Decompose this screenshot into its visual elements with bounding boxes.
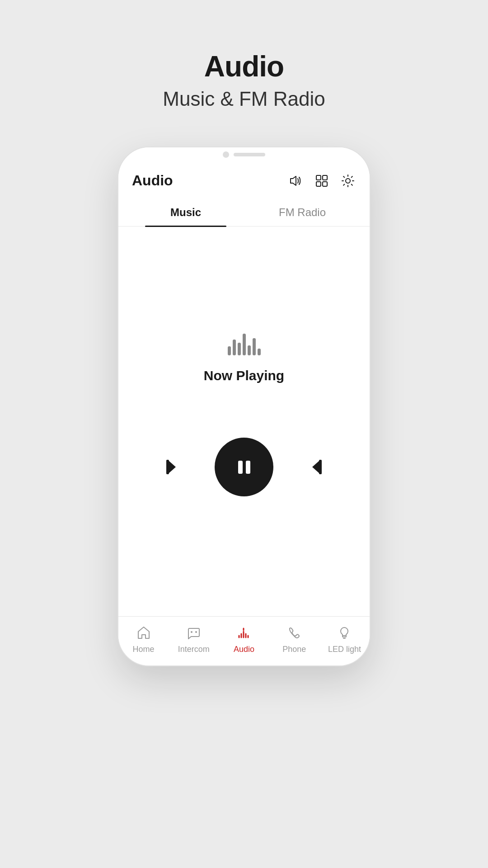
nav-label-home: Home: [133, 645, 155, 654]
home-icon: [136, 625, 152, 641]
tab-fm-radio[interactable]: FM Radio: [244, 198, 361, 226]
settings-icon[interactable]: [340, 173, 356, 189]
phone-icon: [286, 625, 302, 641]
nav-label-phone: Phone: [282, 645, 306, 654]
svg-rect-7: [238, 461, 243, 474]
svg-rect-19: [343, 636, 346, 637]
now-playing-label: Now Playing: [204, 368, 284, 383]
bottom-nav: Home Intercom: [118, 616, 370, 665]
waveform-icon: [228, 333, 261, 355]
nav-item-intercom[interactable]: Intercom: [169, 625, 219, 654]
svg-rect-3: [323, 182, 327, 186]
svg-rect-0: [316, 175, 321, 180]
nav-label-led-light: LED light: [328, 645, 361, 654]
header-icons: [287, 173, 356, 189]
page-subtitle: Music & FM Radio: [163, 88, 325, 110]
notch-speaker: [234, 153, 265, 156]
next-button[interactable]: [300, 454, 326, 480]
svg-rect-10: [319, 460, 322, 474]
tabs: Music FM Radio: [118, 198, 370, 226]
svg-point-4: [346, 179, 350, 183]
nav-item-phone[interactable]: Phone: [269, 625, 319, 654]
previous-button[interactable]: [162, 454, 188, 480]
phone-frame: Audio: [117, 146, 371, 666]
app-header-title: Audio: [132, 172, 173, 189]
nav-label-audio: Audio: [234, 645, 254, 654]
svg-point-11: [191, 631, 192, 633]
svg-point-12: [195, 631, 197, 633]
phone-screen: Audio: [118, 147, 370, 665]
player-area: Now Playing: [118, 226, 370, 616]
phone-notch: [199, 147, 289, 162]
volume-icon[interactable]: [287, 173, 304, 189]
svg-rect-8: [246, 461, 250, 474]
playback-controls: [162, 438, 326, 496]
notch-camera: [223, 151, 229, 158]
led-light-icon: [336, 625, 352, 641]
nav-item-home[interactable]: Home: [118, 625, 169, 654]
nav-item-led-light[interactable]: LED light: [319, 625, 370, 654]
intercom-icon: [186, 625, 202, 641]
svg-rect-6: [166, 460, 169, 474]
audio-nav-icon: [236, 625, 252, 641]
tab-music[interactable]: Music: [127, 198, 244, 226]
nav-label-intercom: Intercom: [178, 645, 210, 654]
page-title: Audio: [163, 50, 325, 83]
expand-icon[interactable]: [314, 173, 330, 189]
svg-rect-2: [316, 182, 321, 186]
svg-rect-1: [323, 175, 327, 180]
nav-item-audio[interactable]: Audio: [219, 625, 269, 654]
pause-button[interactable]: [215, 438, 273, 496]
page-header: Audio Music & FM Radio: [163, 50, 325, 110]
